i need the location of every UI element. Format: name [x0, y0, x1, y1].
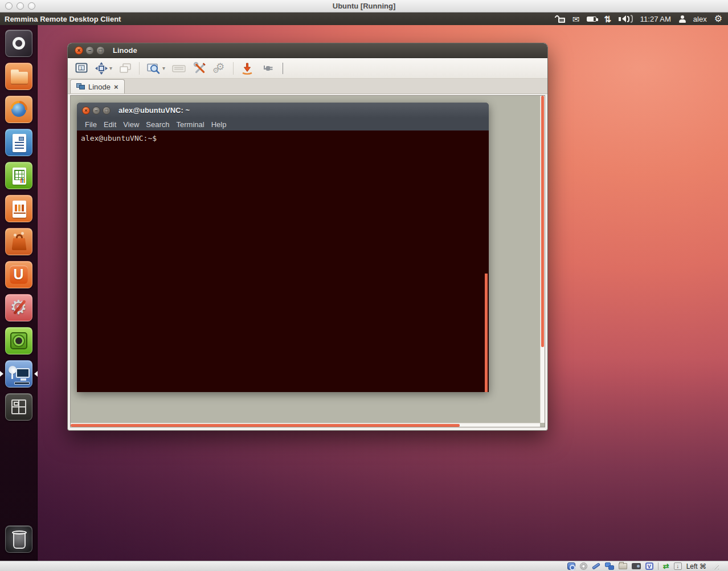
terminal-minimize-button[interactable]: – — [92, 107, 100, 115]
disconnect-button[interactable] — [259, 60, 276, 76]
vm-features-icon[interactable]: V — [645, 562, 653, 570]
launcher-item-software-updater[interactable] — [5, 327, 32, 354]
launcher-item-ubuntu-one[interactable]: U — [5, 261, 32, 288]
fit-window-button[interactable]: ▾ — [93, 60, 113, 76]
menu-search[interactable]: Search — [142, 120, 173, 129]
disconnect-plug-icon — [260, 62, 275, 75]
toolbar-separator — [139, 62, 140, 75]
video-capture-icon[interactable] — [632, 563, 641, 569]
menu-edit[interactable]: Edit — [100, 120, 120, 129]
viewport-horizontal-scrollbar[interactable] — [71, 423, 540, 427]
zoom-button[interactable]: ▾ — [145, 60, 166, 76]
usb-devices-icon[interactable] — [592, 562, 600, 570]
menu-view[interactable]: View — [120, 120, 142, 129]
minimize-to-tray-icon — [240, 61, 254, 76]
duplicate-connection-button[interactable] — [117, 60, 133, 76]
battery-indicator-icon[interactable] — [587, 17, 596, 22]
libreoffice-impress-icon — [5, 195, 32, 222]
launcher-item-workspace-switcher[interactable] — [5, 393, 32, 421]
keyboard-capture-icon[interactable]: ↓ — [674, 562, 682, 570]
tab-linode[interactable]: Linode × — [70, 79, 125, 93]
remote-desktop-viewport[interactable]: × – □ alex@ubuntuVNC: ~ File Edit View S… — [70, 95, 545, 427]
terminal-titlebar[interactable]: × – □ alex@ubuntuVNC: ~ — [77, 103, 489, 118]
launcher-item-firefox[interactable] — [5, 96, 32, 123]
home-folder-icon — [5, 63, 32, 90]
monitor-icon — [16, 368, 30, 378]
slide-chart — [15, 205, 24, 211]
vertical-scrollbar-thumb[interactable] — [541, 96, 544, 347]
software-updater-icon — [5, 327, 32, 354]
app-menu-label[interactable]: Remmina Remote Desktop Client — [5, 15, 121, 23]
statusbar-separator — [658, 562, 659, 570]
toolbar-separator — [233, 62, 234, 75]
mail-indicator-icon[interactable]: ✉ — [572, 15, 580, 23]
fullscreen-icon: 1 — [75, 62, 88, 75]
tools-button[interactable] — [191, 60, 208, 77]
terminal-scrollbar-thumb[interactable] — [485, 274, 488, 392]
minimize-to-tray-button[interactable] — [239, 60, 255, 77]
launcher-item-libreoffice-writer[interactable] — [5, 129, 32, 156]
terminal-output-area[interactable]: alex@ubuntuVNC:~$ — [77, 130, 489, 392]
traffic-updown-icon[interactable]: ⇅ — [604, 15, 611, 23]
user-icon — [678, 15, 686, 23]
window-close-button[interactable]: × — [75, 46, 83, 55]
libreoffice-writer-icon — [5, 129, 32, 156]
shared-folders-icon[interactable] — [619, 563, 627, 569]
terminal-close-button[interactable]: × — [82, 107, 90, 115]
dropdown-arrow-icon[interactable]: ▾ — [109, 65, 112, 71]
launcher-item-system-settings[interactable]: ⚙ — [5, 294, 32, 321]
dash-home-icon — [5, 30, 32, 57]
terminal-maximize-button[interactable]: □ — [103, 107, 111, 115]
folder-body — [11, 72, 28, 84]
document-image — [19, 137, 24, 141]
clock[interactable]: 11:27 AM — [640, 15, 671, 23]
tab-close-icon[interactable]: × — [114, 83, 118, 91]
slide-base — [14, 213, 26, 214]
keyboard-grab-icon — [171, 62, 186, 75]
remmina-titlebar[interactable]: × – □ Linode — [68, 43, 547, 58]
volume-indicator-icon[interactable] — [619, 15, 633, 23]
launcher-item-software-center[interactable] — [5, 228, 32, 255]
keyboard-grab-button[interactable] — [170, 60, 187, 76]
network-indicator-icon[interactable] — [555, 15, 565, 23]
firefox-swirl — [6, 97, 30, 121]
svg-text:1: 1 — [80, 66, 83, 70]
optical-drives-icon[interactable] — [580, 562, 587, 570]
ubuntu-logo-ring — [13, 37, 25, 50]
launcher-item-libreoffice-impress[interactable] — [5, 195, 32, 222]
firefox-icon — [5, 96, 32, 123]
username-label[interactable]: alex — [693, 15, 707, 23]
launcher-item-home-folder[interactable] — [5, 63, 32, 90]
menu-terminal[interactable]: Terminal — [173, 120, 208, 129]
host-window-titlebar: Ubuntu [Running] — [0, 0, 728, 13]
menu-file[interactable]: File — [81, 120, 100, 129]
session-gear-icon[interactable]: ⚙ — [714, 14, 722, 23]
window-minimize-button[interactable]: – — [85, 46, 94, 55]
hard-disks-icon[interactable] — [567, 562, 575, 570]
network-node — [608, 565, 614, 570]
horizontal-scrollbar-thumb[interactable] — [71, 424, 460, 427]
preferences-button[interactable]: ⚙ ⚙ — [212, 62, 227, 75]
viewport-vertical-scrollbar[interactable] — [540, 96, 545, 423]
window-maximize-button[interactable]: □ — [96, 46, 105, 55]
software-center-icon — [5, 228, 32, 255]
satellite-dish-icon — [9, 366, 17, 374]
terminal-window-title: alex@ubuntuVNC: ~ — [118, 106, 190, 115]
mouse-integration-icon[interactable]: ⇄ — [663, 562, 669, 570]
keyboard-shape — [14, 382, 30, 385]
launcher-item-trash[interactable] — [5, 525, 32, 553]
libreoffice-calc-icon — [5, 162, 32, 189]
launcher-item-dash[interactable] — [5, 30, 32, 57]
fullscreen-button[interactable]: 1 — [73, 60, 89, 76]
workspace-window — [14, 402, 19, 406]
network-adapters-icon[interactable] — [605, 562, 614, 570]
speaker-cone-icon — [619, 15, 626, 22]
menu-help[interactable]: Help — [208, 120, 230, 129]
tab-label: Linode — [88, 83, 111, 91]
launcher-item-remmina[interactable] — [5, 360, 32, 388]
text-cursor-bar — [283, 63, 283, 74]
dropdown-arrow-icon[interactable]: ▾ — [162, 65, 165, 71]
satellite-pole — [11, 373, 13, 379]
launcher-item-libreoffice-calc[interactable] — [5, 162, 32, 189]
resize-grip[interactable] — [712, 563, 719, 570]
